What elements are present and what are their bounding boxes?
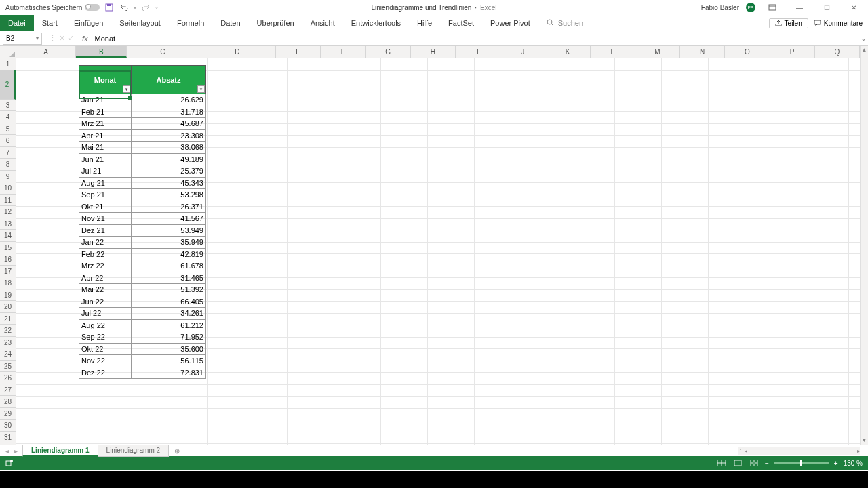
- table-row[interactable]: Dez 2272.831: [79, 367, 206, 379]
- page-break-view-icon[interactable]: [749, 458, 760, 468]
- row-header[interactable]: 8: [0, 159, 16, 171]
- filter-icon[interactable]: ▼: [197, 85, 205, 93]
- row-header[interactable]: 7: [0, 147, 16, 159]
- col-header[interactable]: N: [680, 46, 725, 58]
- scroll-up-icon[interactable]: ▲: [861, 46, 868, 54]
- cell[interactable]: Mrz 21: [79, 118, 132, 130]
- cell[interactable]: Feb 21: [79, 106, 132, 118]
- row-header[interactable]: 14: [0, 230, 16, 242]
- expand-formula-icon[interactable]: ⌄: [859, 34, 868, 43]
- row-header[interactable]: 21: [0, 313, 16, 325]
- maximize-icon[interactable]: ☐: [816, 2, 837, 13]
- tab-daten[interactable]: Daten: [212, 15, 248, 30]
- col-header[interactable]: K: [545, 46, 590, 58]
- table-row[interactable]: Okt 2235.600: [79, 343, 206, 355]
- col-header[interactable]: A: [16, 46, 76, 58]
- tab-power pivot[interactable]: Power Pivot: [482, 15, 538, 30]
- cell[interactable]: 34.261: [132, 308, 206, 320]
- row-header[interactable]: 1: [0, 58, 16, 70]
- cell[interactable]: Mai 21: [79, 142, 132, 154]
- cell[interactable]: Jan 21: [79, 94, 132, 106]
- table-row[interactable]: Apr 2231.465: [79, 272, 206, 284]
- row-header[interactable]: 23: [0, 337, 16, 349]
- filter-icon[interactable]: ▼: [123, 85, 130, 93]
- record-macro-icon[interactable]: [5, 459, 14, 467]
- tab-einfügen[interactable]: Einfügen: [66, 15, 111, 30]
- cell[interactable]: Okt 21: [79, 201, 132, 213]
- table-row[interactable]: Jan 2235.949: [79, 237, 206, 249]
- cell[interactable]: 72.831: [132, 367, 206, 379]
- page-layout-view-icon[interactable]: [732, 458, 743, 468]
- cell[interactable]: Nov 21: [79, 213, 132, 225]
- save-icon[interactable]: [104, 2, 115, 13]
- col-header[interactable]: L: [591, 46, 635, 58]
- col-header[interactable]: I: [456, 46, 500, 58]
- cell[interactable]: Sep 22: [79, 331, 132, 344]
- tab-formeln[interactable]: Formeln: [169, 15, 212, 30]
- zoom-level[interactable]: 130 %: [844, 460, 863, 467]
- cell[interactable]: 38.068: [132, 142, 206, 154]
- cell[interactable]: Mai 22: [79, 284, 132, 296]
- autosave-toggle[interactable]: Automatisches Speichern: [5, 4, 100, 12]
- col-header[interactable]: H: [411, 46, 456, 58]
- data-table[interactable]: Monat▼Absatz▼ Jan 2126.629Feb 2131.718Mr…: [79, 65, 206, 379]
- cell[interactable]: Dez 22: [79, 367, 132, 379]
- table-row[interactable]: Mai 2138.068: [79, 142, 206, 154]
- select-all-corner[interactable]: [0, 46, 16, 58]
- sheet-tab[interactable]: Liniendiagramm 2: [98, 445, 170, 457]
- row-header[interactable]: 16: [0, 253, 16, 266]
- cell[interactable]: 35.949: [132, 237, 206, 249]
- row-header[interactable]: 9: [0, 171, 16, 183]
- cell[interactable]: Apr 22: [79, 272, 132, 284]
- row-header[interactable]: 25: [0, 361, 16, 373]
- share-button[interactable]: Teilen: [769, 18, 808, 28]
- cell[interactable]: 35.600: [132, 343, 206, 355]
- table-row[interactable]: Aug 2145.343: [79, 177, 206, 189]
- col-header[interactable]: F: [321, 46, 366, 58]
- vertical-scrollbar[interactable]: ▲ ▼: [860, 46, 868, 445]
- scroll-down-icon[interactable]: ▼: [861, 436, 868, 445]
- undo-icon[interactable]: [119, 2, 130, 13]
- row-header[interactable]: 27: [0, 384, 16, 396]
- row-header[interactable]: 12: [0, 206, 16, 218]
- cell[interactable]: 41.567: [132, 213, 206, 225]
- table-row[interactable]: Mai 2251.392: [79, 284, 206, 296]
- comments-button[interactable]: Kommentare: [814, 20, 863, 27]
- cell[interactable]: 26.629: [132, 94, 206, 106]
- zoom-in-icon[interactable]: +: [834, 460, 838, 467]
- tab-entwicklertools[interactable]: Entwicklertools: [343, 15, 409, 30]
- cell[interactable]: Sep 21: [79, 189, 132, 201]
- zoom-slider[interactable]: [774, 462, 829, 464]
- cell[interactable]: Dez 21: [79, 224, 132, 237]
- cell[interactable]: Apr 21: [79, 129, 132, 142]
- row-header[interactable]: 3: [0, 100, 16, 112]
- table-row[interactable]: Nov 2141.567: [79, 213, 206, 225]
- table-row[interactable]: Sep 2271.952: [79, 331, 206, 344]
- accept-formula-icon[interactable]: ✓: [68, 34, 74, 43]
- table-row[interactable]: Jun 2266.405: [79, 296, 206, 308]
- cell[interactable]: Feb 22: [79, 248, 132, 260]
- close-icon[interactable]: ✕: [844, 2, 864, 13]
- normal-view-icon[interactable]: [716, 458, 727, 468]
- user-avatar[interactable]: FB: [746, 3, 755, 12]
- row-header[interactable]: 31: [0, 432, 16, 444]
- col-header[interactable]: B: [76, 46, 127, 58]
- table-row[interactable]: Jan 2126.629: [79, 94, 206, 106]
- row-header[interactable]: 17: [0, 266, 16, 278]
- row-header[interactable]: 26: [0, 372, 16, 384]
- cell[interactable]: Okt 22: [79, 343, 132, 355]
- row-header[interactable]: 15: [0, 242, 16, 254]
- cell[interactable]: Jun 21: [79, 153, 132, 165]
- cell[interactable]: Jul 21: [79, 165, 132, 178]
- cell[interactable]: 66.405: [132, 296, 206, 308]
- redo-icon[interactable]: [140, 2, 151, 13]
- col-header[interactable]: P: [770, 46, 815, 58]
- cell[interactable]: 26.371: [132, 201, 206, 213]
- col-header[interactable]: C: [127, 46, 199, 58]
- table-row[interactable]: Aug 2261.212: [79, 319, 206, 331]
- row-header[interactable]: 5: [0, 123, 16, 136]
- row-header[interactable]: 10: [0, 182, 16, 195]
- cell[interactable]: Mrz 22: [79, 260, 132, 272]
- row-header[interactable]: 30: [0, 420, 16, 432]
- cell[interactable]: Nov 22: [79, 355, 132, 367]
